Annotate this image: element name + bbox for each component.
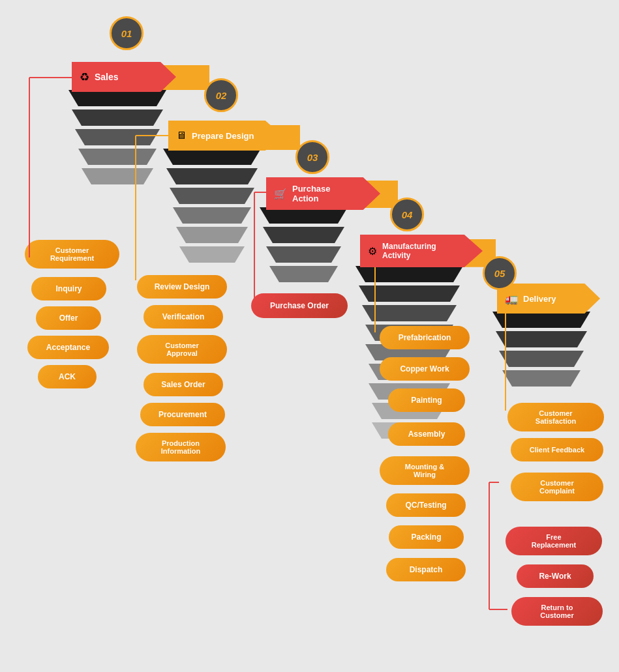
svg-marker-21 [82, 168, 153, 184]
svg-marker-20 [78, 149, 157, 165]
pill-offer[interactable]: Offer [36, 306, 101, 330]
chevrons-col2 [157, 149, 267, 279]
svg-marker-26 [176, 227, 248, 243]
pill-production-information[interactable]: ProductionInformation [136, 433, 226, 461]
pill-re-work[interactable]: Re-Work [517, 564, 594, 588]
pill-packing[interactable]: Packing [389, 525, 464, 549]
pill-review-design[interactable]: Review Design [137, 275, 227, 299]
svg-marker-19 [75, 129, 160, 145]
svg-marker-29 [263, 227, 344, 243]
svg-marker-23 [166, 168, 258, 184]
sales-icon: ♻ [80, 70, 89, 84]
svg-marker-32 [355, 266, 463, 282]
mfg-label: ManufacturingActivity [382, 242, 436, 260]
pill-customer-requirement[interactable]: CustomerRequirement [25, 240, 119, 269]
prepare-icon: 🖥 [176, 130, 187, 141]
pill-verification[interactable]: Verification [143, 305, 223, 329]
chevrons-col3 [253, 207, 354, 292]
pill-customer-complaint[interactable]: CustomerComplaint [511, 473, 603, 501]
pill-copper-work[interactable]: Copper Work [380, 357, 470, 381]
svg-marker-34 [362, 305, 457, 321]
badge-05: 05 [483, 256, 517, 290]
pill-ack[interactable]: ACK [38, 365, 97, 388]
badge-02: 02 [204, 78, 238, 112]
pill-painting[interactable]: Painting [388, 388, 465, 412]
pill-mounting-wiring[interactable]: Mounting &Wiring [380, 456, 470, 485]
pill-inquiry[interactable]: Inquiry [31, 277, 106, 300]
step-manufacturing[interactable]: ⚙ ManufacturingActivity [360, 235, 483, 267]
pill-acceptance[interactable]: Acceptance [27, 336, 109, 359]
svg-marker-41 [492, 312, 590, 328]
mfg-icon: ⚙ [368, 245, 377, 257]
svg-marker-25 [173, 207, 251, 224]
pill-free-replacement[interactable]: FreeReplacement [506, 527, 602, 555]
pill-customer-satisfaction[interactable]: CustomerSatisfaction [507, 403, 604, 431]
pill-customer-approval[interactable]: CustomerApproval [137, 335, 227, 364]
diagram: 01 02 03 04 05 ♻ Sales 🖥 Prepare Design … [0, 0, 619, 672]
pill-sales-order[interactable]: Sales Order [143, 373, 223, 396]
svg-marker-18 [72, 110, 163, 126]
svg-marker-17 [68, 90, 166, 106]
svg-marker-24 [170, 188, 254, 204]
pill-dispatch[interactable]: Dispatch [386, 558, 466, 581]
svg-marker-43 [499, 351, 584, 367]
purchase-icon: 🛒 [274, 188, 287, 200]
purchase-action-label: PurchaseAction [292, 184, 331, 203]
sales-label: Sales [95, 72, 119, 82]
pill-return-to-customer[interactable]: Return toCustomer [511, 597, 603, 626]
pill-client-feedback[interactable]: Client Feedback [511, 438, 603, 461]
svg-marker-22 [163, 149, 261, 165]
delivery-icon: 🚛 [505, 293, 518, 305]
step-prepare-design[interactable]: 🖥 Prepare Design [168, 121, 282, 151]
badge-01: 01 [110, 16, 143, 50]
delivery-label: Delivery [523, 294, 556, 304]
badge-04: 04 [390, 197, 424, 231]
svg-marker-30 [266, 246, 341, 263]
svg-marker-42 [496, 331, 587, 347]
prepare-label: Prepare Design [192, 131, 254, 141]
svg-marker-33 [359, 285, 460, 302]
svg-marker-44 [502, 370, 581, 387]
badge-03: 03 [295, 140, 329, 174]
pill-procurement[interactable]: Procurement [140, 403, 225, 426]
pill-assembly[interactable]: Assembly [388, 422, 465, 446]
svg-marker-31 [269, 266, 338, 282]
step-delivery[interactable]: 🚛 Delivery [497, 284, 600, 314]
pill-purchase-order[interactable]: Purchase Order [251, 293, 348, 318]
svg-marker-27 [179, 246, 245, 263]
pill-prefabrication[interactable]: Prefabrication [380, 326, 470, 349]
step-purchase-action[interactable]: 🛒 PurchaseAction [266, 177, 380, 210]
pill-qc-testing[interactable]: QC/Testing [386, 493, 466, 517]
step-sales[interactable]: ♻ Sales [72, 62, 176, 92]
